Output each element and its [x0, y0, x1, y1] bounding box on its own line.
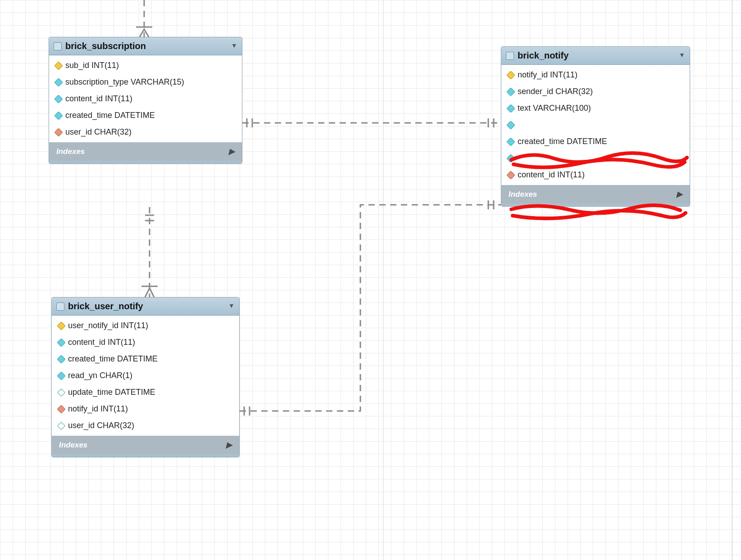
table-header[interactable]: brick_notify ▲ — [501, 47, 690, 65]
table-icon — [56, 303, 64, 311]
indexes-label: Indexes — [59, 441, 87, 450]
column-row: content_id INT(11) — [52, 334, 239, 351]
attr-icon — [57, 371, 66, 380]
attr-icon — [54, 111, 63, 120]
column-row: user_id CHAR(32) — [49, 124, 242, 140]
column-label: content_id INT(11) — [518, 170, 585, 180]
table-brick-subscription[interactable]: brick_subscription ▲ sub_id INT(11) subs… — [49, 37, 242, 164]
column-row: sender_id CHAR(32) — [501, 83, 690, 100]
indexes-label: Indexes — [56, 147, 85, 156]
column-row: subscription_type VARCHAR(15) — [49, 74, 242, 90]
collapse-icon[interactable]: ▲ — [679, 52, 685, 59]
footer-bar — [501, 203, 690, 206]
column-label: created_time DATETIME — [68, 354, 158, 364]
column-label: created_time DATETIME — [518, 137, 607, 146]
attr-icon — [506, 87, 515, 96]
footer-bar — [52, 454, 239, 457]
column-label: text VARCHAR(100) — [518, 104, 591, 113]
table-brick-user-notify[interactable]: brick_user_notify ▲ user_notify_id INT(1… — [51, 297, 240, 457]
collapse-icon[interactable]: ▲ — [231, 43, 237, 50]
column-row: content_id INT(11) — [49, 90, 242, 107]
expand-icon[interactable]: ▶ — [229, 147, 235, 156]
attr-icon — [506, 154, 515, 163]
columns-list: notify_id INT(11) sender_id CHAR(32) tex… — [501, 65, 690, 185]
table-header[interactable]: brick_subscription ▲ — [49, 37, 242, 55]
columns-list: user_notify_id INT(11) content_id INT(11… — [52, 316, 239, 436]
attr-icon — [506, 137, 515, 146]
attr-nullable-icon — [57, 388, 66, 397]
column-label: user_id CHAR(32) — [65, 127, 132, 137]
key-icon — [506, 71, 515, 80]
fk-icon — [506, 171, 515, 180]
column-row: sub_id INT(11) — [49, 57, 242, 74]
column-label: sub_id INT(11) — [65, 61, 119, 70]
diagram-canvas: brick_subscription ▲ sub_id INT(11) subs… — [0, 0, 741, 560]
column-row: content_id INT(11) — [501, 167, 690, 183]
attr-icon — [506, 104, 515, 113]
attr-nullable-icon — [57, 421, 66, 430]
indexes-section[interactable]: Indexes ▶ — [52, 436, 239, 454]
column-label-redacted — [518, 120, 520, 130]
column-row: notify_id INT(11) — [501, 67, 690, 83]
column-label: sender_id CHAR(32) — [518, 87, 593, 96]
columns-list: sub_id INT(11) subscription_type VARCHAR… — [49, 55, 242, 142]
expand-icon[interactable]: ▶ — [677, 190, 682, 199]
key-icon — [57, 321, 66, 330]
connector-usernotify-notify — [240, 205, 501, 411]
column-row — [501, 150, 690, 167]
collapse-icon[interactable]: ▲ — [228, 303, 235, 310]
column-row: created_time DATETIME — [49, 107, 242, 124]
column-label: user_notify_id INT(11) — [68, 321, 148, 330]
table-title: brick_subscription — [65, 41, 146, 51]
column-row: created_time DATETIME — [501, 133, 690, 150]
fk-icon — [54, 128, 63, 137]
table-title: brick_user_notify — [68, 301, 143, 312]
attr-icon — [57, 338, 66, 347]
footer-bar — [49, 161, 242, 163]
attr-icon — [54, 78, 63, 87]
key-icon — [54, 61, 63, 70]
attr-icon — [57, 355, 66, 364]
column-label: user_id CHAR(32) — [68, 421, 134, 430]
attr-icon — [54, 95, 63, 104]
indexes-section[interactable]: Indexes ▶ — [49, 142, 242, 161]
grid-stripe — [383, 0, 384, 560]
column-label: content_id INT(11) — [68, 338, 135, 347]
indexes-section[interactable]: Indexes ▶ — [501, 185, 690, 203]
attr-icon — [506, 121, 515, 130]
table-brick-notify[interactable]: brick_notify ▲ notify_id INT(11) sender_… — [501, 46, 690, 207]
column-label: created_time DATETIME — [65, 111, 155, 120]
table-header[interactable]: brick_user_notify ▲ — [52, 298, 239, 316]
column-row: read_yn CHAR(1) — [52, 367, 239, 384]
column-row: user_notify_id INT(11) — [52, 317, 239, 334]
fk-icon — [57, 405, 66, 414]
column-row: user_id CHAR(32) — [52, 417, 239, 434]
column-row: created_time DATETIME — [52, 351, 239, 367]
column-label: notify_id INT(11) — [518, 70, 577, 80]
column-label: read_yn CHAR(1) — [68, 371, 132, 380]
column-row — [501, 117, 690, 133]
column-label: update_time DATETIME — [68, 388, 155, 397]
column-row: update_time DATETIME — [52, 384, 239, 401]
table-icon — [54, 42, 62, 50]
column-row: notify_id INT(11) — [52, 401, 239, 417]
column-label: notify_id INT(11) — [68, 404, 128, 414]
grid-stripe — [732, 0, 733, 560]
column-label: subscription_type VARCHAR(15) — [65, 77, 184, 87]
table-title: brick_notify — [518, 50, 568, 61]
table-icon — [506, 52, 514, 60]
column-label-redacted — [518, 154, 520, 163]
expand-icon[interactable]: ▶ — [226, 440, 232, 450]
indexes-label: Indexes — [509, 190, 537, 199]
column-label: content_id INT(11) — [65, 94, 132, 104]
column-row: text VARCHAR(100) — [501, 100, 690, 117]
